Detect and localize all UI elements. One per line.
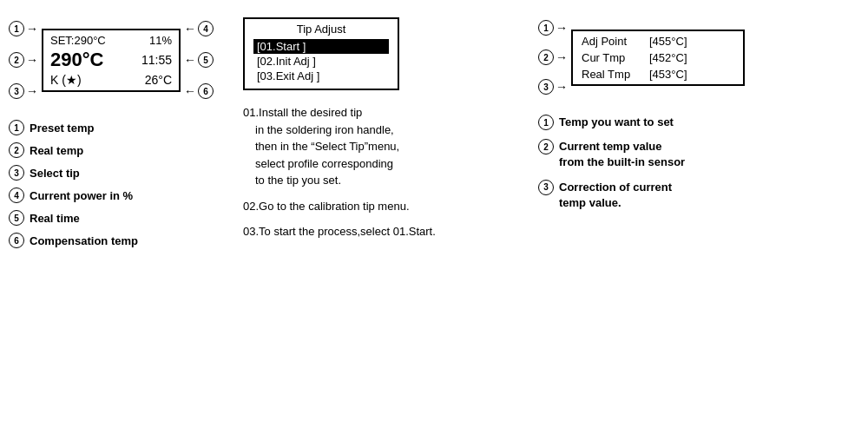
main-container: 1 → 2 → 3 → SET:290°C 11% (0, 0, 868, 434)
left-panel: 1 → 2 → 3 → SET:290°C 11% (9, 17, 234, 417)
legend-label-3: Select tip (30, 167, 80, 180)
tip-menu-item-1[interactable]: [02.Init Adj ] (253, 54, 389, 69)
right-legend-text-1: Temp you want to set (559, 115, 674, 130)
adj-circle-1: 1 (538, 20, 554, 36)
right-legend: 1Temp you want to set2Current temp value… (538, 115, 859, 211)
arrow-row-4: ← 4 (184, 17, 214, 40)
display-row-2: 290°C 11:55 (50, 49, 172, 71)
power-display: 11% (149, 34, 172, 47)
tip-adjust-box: Tip Adjust [01.Start ][02.Init Adj ][03.… (243, 17, 399, 90)
tip-adjust-title: Tip Adjust (253, 23, 389, 36)
right-legend-item-3: 3Correction of currenttemp value. (538, 180, 859, 211)
legend-item-6: 6 Compensation temp (9, 233, 234, 248)
circle-3-left: 3 (9, 83, 24, 99)
tip-type: K (★) (50, 73, 82, 87)
legend-item-5: 5 Real time (9, 210, 234, 226)
instruction-step-2: 03.To start the process,select 01.Start. (243, 223, 436, 240)
real-temp: 290°C (50, 49, 103, 71)
right-circle-3: 3 (538, 180, 554, 195)
legend-item-1: 1 Preset temp (9, 120, 234, 135)
legend-circle-5: 5 (9, 210, 24, 226)
arrow-row-1: 1 → (9, 17, 38, 40)
adj-label-0: Adj Point (582, 35, 642, 48)
instruction-line-0-2: then in the “Select Tip”menu, (243, 138, 436, 155)
adj-value-1: [452°C] (649, 51, 687, 64)
adj-arrow-3: 3 → (538, 76, 568, 97)
adj-arrow-right-1: → (556, 22, 568, 34)
adj-row-2: Real Tmp [453°C] (582, 68, 734, 81)
adj-arrow-right-2: → (556, 51, 568, 63)
legend-label-2: Real temp (30, 144, 83, 157)
legend-circle-3: 3 (9, 165, 24, 181)
adj-left-arrows: 1 → 2 → 3 → (538, 17, 568, 97)
left-display-box: SET:290°C 11% 290°C 11:55 K (★) 26°C (42, 29, 181, 92)
arrow-row-6: ← 6 (184, 80, 214, 102)
adj-arrow-1: 1 → (538, 17, 568, 38)
circle-2-left: 2 (9, 52, 24, 68)
legend-label-4: Current power in % (30, 189, 133, 202)
adj-arrow-2: 2 → (538, 47, 568, 68)
tip-menu-item-2[interactable]: [03.Exit Adj ] (253, 69, 389, 83)
arrow-left-6: ← (184, 85, 196, 97)
legend-circle-2: 2 (9, 142, 24, 158)
adj-row-1: Cur Tmp [452°C] (582, 51, 734, 64)
adj-row-0: Adj Point [455°C] (582, 35, 734, 48)
time-display: 11:55 (141, 53, 172, 67)
instruction-line-0-3: select profile corresponding (243, 155, 436, 173)
instruction-step-1: 02.Go to the calibration tip menu. (243, 198, 436, 215)
legend-item-4: 4 Current power in % (9, 187, 234, 203)
adj-display-box: Adj Point [455°C] Cur Tmp [452°C] Real T… (571, 30, 745, 86)
right-legend-text-3: Correction of currenttemp value. (559, 180, 672, 211)
arrow-left-5: ← (184, 54, 196, 66)
arrow-row-5: ← 5 (184, 49, 214, 71)
adj-value-2: [453°C] (649, 68, 687, 81)
adj-value-0: [455°C] (649, 35, 687, 48)
arrow-row-2: 2 → (9, 49, 38, 71)
arrow-right-2: → (26, 54, 38, 66)
adj-label-1: Cur Tmp (582, 51, 642, 64)
left-legend: 1 Preset temp 2 Real temp 3 Select tip 4… (9, 120, 234, 248)
adj-circle-2: 2 (538, 49, 554, 65)
arrow-right-3: → (26, 85, 38, 97)
adj-box-wrapper: 1 → 2 → 3 → Adj Point [455°C] Cur Tmp [4… (538, 17, 859, 97)
circle-1-left: 1 (9, 21, 24, 36)
set-temp: SET:290°C (50, 34, 106, 47)
legend-label-5: Real time (30, 212, 80, 225)
tip-menu-item-0[interactable]: [01.Start ] (253, 39, 389, 54)
instruction-line-0-1: in the soldering iron handle, (243, 122, 436, 139)
display-row-1: SET:290°C 11% (50, 34, 172, 47)
right-legend-item-1: 1Temp you want to set (538, 115, 859, 130)
circle-6: 6 (198, 83, 214, 99)
adj-arrow-right-3: → (556, 81, 568, 93)
right-legend-item-2: 2Current temp valuefrom the built-in sen… (538, 139, 859, 170)
tip-menu: [01.Start ][02.Init Adj ][03.Exit Adj ] (253, 39, 389, 83)
display-row-3: K (★) 26°C (50, 73, 172, 87)
right-arrows-left-panel: ← 4 ← 5 ← 6 (184, 17, 214, 102)
instruction-block-2: 03.To start the process,select 01.Start. (243, 223, 436, 240)
instruction-step-0: 01.Install the desired tip (243, 104, 436, 122)
legend-item-3: 3 Select tip (9, 165, 234, 181)
right-legend-text-2: Current temp valuefrom the built-in sens… (559, 139, 685, 170)
instructions: 01.Install the desired tipin the solderi… (243, 104, 436, 240)
legend-label-1: Preset temp (30, 122, 94, 135)
right-panel: 1 → 2 → 3 → Adj Point [455°C] Cur Tmp [4… (529, 17, 859, 417)
comp-temp: 26°C (145, 73, 172, 87)
right-circle-1: 1 (538, 115, 554, 130)
legend-item-2: 2 Real temp (9, 142, 234, 158)
left-display-wrapper: 1 → 2 → 3 → SET:290°C 11% (9, 17, 234, 102)
circle-5: 5 (198, 52, 214, 68)
legend-circle-1: 1 (9, 120, 24, 135)
right-circle-2: 2 (538, 139, 554, 155)
left-arrows: 1 → 2 → 3 → (9, 17, 38, 102)
legend-label-6: Compensation temp (30, 234, 138, 247)
legend-circle-6: 6 (9, 233, 24, 248)
legend-circle-4: 4 (9, 187, 24, 203)
circle-4: 4 (198, 21, 214, 36)
adj-label-2: Real Tmp (582, 68, 642, 81)
instruction-block-1: 02.Go to the calibration tip menu. (243, 198, 436, 215)
arrow-right-1: → (26, 23, 38, 35)
arrow-left-4: ← (184, 23, 196, 35)
middle-panel: Tip Adjust [01.Start ][02.Init Adj ][03.… (234, 17, 529, 417)
adj-circle-3: 3 (538, 79, 554, 95)
instruction-block-0: 01.Install the desired tipin the solderi… (243, 104, 436, 189)
